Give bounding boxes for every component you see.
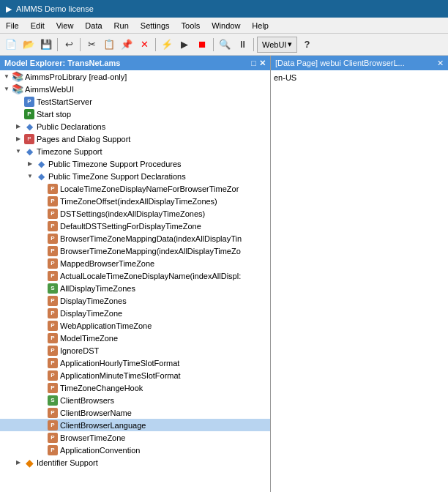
tree-icon: ◆ [35,171,47,182]
tree-item[interactable]: PBrowserTimeZoneMapping(indexAllDisplayT… [0,245,270,257]
expand-icon[interactable] [37,420,47,430]
tree-item[interactable]: ▶◆Public Timezone Support Procedures [0,157,270,170]
menu-settings[interactable]: Settings [135,20,176,31]
tree-item[interactable]: PDSTSettings(indexAllDisplayTimeZones) [0,207,270,220]
tree-item[interactable]: PApplicationHourlyTimeSlotFormat [0,357,270,369]
expand-icon[interactable] [37,258,47,269]
tree-item[interactable]: PMappedBrowserTimeZone [0,257,270,269]
tree-icon: S [47,395,59,406]
expand-icon[interactable] [37,408,47,418]
tree-icon: P [47,370,59,381]
tree-item[interactable]: PClientBrowserLanguage [0,419,270,431]
expand-icon[interactable] [37,196,47,206]
tree-item[interactable]: PIgnoreDST [0,344,270,357]
tree-item[interactable]: ▶PPages and Dialog Support [0,133,270,145]
expand-icon[interactable]: ▶ [13,134,23,144]
menu-run[interactable]: Run [108,20,135,31]
expand-icon[interactable] [37,246,47,256]
expand-icon[interactable] [37,221,47,231]
tree-item[interactable]: PLocaleTimeZoneDisplayNameForBrowserTime… [0,182,270,195]
expand-icon[interactable]: ▶ [13,122,23,132]
tree-item[interactable]: ▶◆Identifier Support [0,456,270,469]
tree-container[interactable]: ▼📚AimmsProLibrary [read-only]▼📚AimmsWebU… [0,70,270,492]
expand-icon[interactable] [37,358,47,368]
menu-help[interactable]: Help [246,20,275,31]
stop-button[interactable]: ⏹ [194,37,210,53]
expand-icon[interactable] [37,283,47,294]
compile-button[interactable]: ⚡ [159,37,175,53]
tree-item[interactable]: PWebApplicationTimeZone [0,319,270,332]
new-button[interactable]: 📄 [3,37,19,53]
right-panel-close[interactable]: ✕ [437,59,444,68]
expand-icon[interactable]: ▶ [25,159,35,169]
run-button[interactable]: ▶ [176,37,193,53]
expand-icon[interactable] [37,296,47,306]
tree-item[interactable]: ▼◆Timezone Support [0,145,270,157]
tree-item[interactable]: PTimeZoneChangeHook [0,381,270,394]
menu-file[interactable]: File [0,20,25,31]
save-button[interactable]: 💾 [38,37,54,53]
undo-button[interactable]: ↩ [61,37,77,53]
close-panel-button[interactable]: ✕ [259,59,266,68]
expand-icon[interactable]: ▼ [1,72,12,82]
tree-label: IgnoreDST [60,346,99,355]
tree-item[interactable]: SAllDisplayTimeZones [0,282,270,294]
expand-icon[interactable] [37,234,47,244]
tree-icon: ◆ [23,121,35,133]
tree-item[interactable]: PActualLocaleTimeZoneDisplayName(indexAl… [0,269,270,282]
expand-icon[interactable] [37,370,47,381]
tree-item[interactable]: PDisplayTimeZones [0,294,270,307]
tree-icon: P [47,270,59,282]
tree-item[interactable]: ▼📚AimmsWebUI [0,83,270,95]
expand-icon[interactable] [37,445,47,455]
expand-icon[interactable] [37,321,47,331]
tree-item[interactable]: PClientBrowserName [0,406,270,419]
tree-item[interactable]: PModelTimeZone [0,332,270,344]
tree-item[interactable]: PTestStartServer [0,95,270,108]
tree-item[interactable]: ▶◆Public Declarations [0,120,270,133]
expand-icon[interactable] [13,97,23,107]
menu-data[interactable]: Data [79,20,108,31]
help-button[interactable]: ? [299,37,315,53]
tree-item[interactable]: ▼📚AimmsProLibrary [read-only] [0,70,270,83]
expand-icon[interactable] [37,333,47,343]
tree-label: WebApplicationTimeZone [60,321,152,330]
expand-icon[interactable]: ▼ [13,146,23,157]
tree-item[interactable]: PTimeZoneOffset(indexAllDisplayTimeZones… [0,195,270,207]
pause-button[interactable]: ⏸ [234,37,250,53]
tree-item[interactable]: PStart stop [0,108,270,120]
tree-item[interactable]: PBrowserTimeZone [0,431,270,444]
debug-button[interactable]: 🔍 [217,37,233,53]
pin-button[interactable]: □ [251,59,256,68]
tree-item[interactable]: SClientBrowsers [0,394,270,406]
tree-label: ApplicationHourlyTimeSlotFormat [60,359,179,368]
expand-icon[interactable]: ▶ [13,458,23,468]
expand-icon[interactable] [37,184,47,194]
tree-item[interactable]: PApplicationMinuteTimeSlotFormat [0,369,270,381]
menu-window[interactable]: Window [206,20,246,31]
expand-icon[interactable] [37,271,47,281]
tree-item[interactable]: ▼◆Public TimeZone Support Declarations [0,170,270,182]
menu-view[interactable]: View [51,20,80,31]
expand-icon[interactable] [37,433,47,443]
expand-icon[interactable] [13,109,23,119]
expand-icon[interactable]: ▼ [1,84,12,94]
tree-item[interactable]: PDefaultDSTSettingForDisplayTimeZone [0,220,270,232]
paste-button[interactable]: 📌 [119,37,135,53]
expand-icon[interactable]: ▼ [25,171,35,182]
copy-button[interactable]: 📋 [101,37,117,53]
tree-item[interactable]: PApplicationConvention [0,444,270,456]
cut-button[interactable]: ✂ [83,37,100,53]
menu-tools[interactable]: Tools [176,20,206,31]
expand-icon[interactable] [37,395,47,406]
tree-item[interactable]: PBrowserTimeZoneMappingData(indexAllDisp… [0,232,270,245]
delete-button[interactable]: ✕ [136,37,152,53]
menu-edit[interactable]: Edit [25,20,51,31]
expand-icon[interactable] [37,308,47,318]
webui-button[interactable]: WebUI ▾ [257,37,297,53]
expand-icon[interactable] [37,383,47,393]
tree-item[interactable]: PDisplayTimeZone [0,307,270,319]
expand-icon[interactable] [37,346,47,356]
open-button[interactable]: 📂 [20,37,37,53]
expand-icon[interactable] [37,209,47,219]
